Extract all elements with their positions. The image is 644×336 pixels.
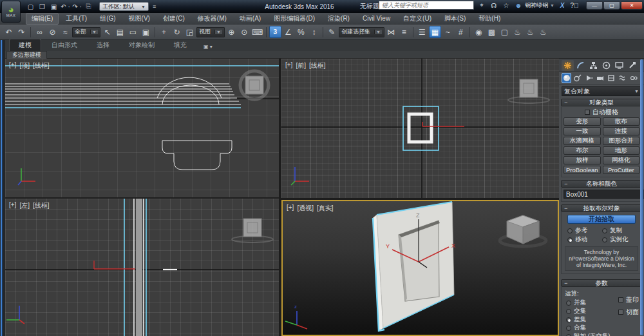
menu-item-7[interactable]: 图形编辑器(D) [268, 13, 321, 25]
ribbon-tab-4[interactable]: 填充 [165, 39, 196, 51]
render-setup-icon[interactable]: ▩ [486, 26, 498, 38]
select-and-rotate-icon[interactable]: ↻ [171, 26, 183, 38]
undo-scene-icon[interactable]: ↶ · [61, 2, 70, 11]
viewport-view-button[interactable]: [透视] [297, 204, 314, 213]
redo-icon[interactable]: ↷ [15, 26, 28, 38]
edit-named-selection-sets-icon[interactable]: ✎ [326, 26, 338, 38]
select-and-move-icon[interactable]: + [158, 26, 170, 38]
ribbon-tab-2[interactable]: 选择 [88, 39, 118, 51]
search-input[interactable] [379, 1, 474, 10]
menu-item-10[interactable]: 自定义(U) [397, 13, 437, 25]
pick-option-移动[interactable]: 移动 [567, 235, 601, 244]
communication-center-icon[interactable]: ☊ [489, 2, 498, 9]
object-name-input[interactable] [564, 190, 644, 199]
menu-item-8[interactable]: 渲染(R) [322, 13, 355, 25]
helpers-category[interactable] [607, 73, 616, 83]
viewport-shading-button[interactable]: [线框] [309, 61, 326, 70]
pick-option-复制[interactable]: 复制 [602, 226, 636, 235]
window-crossing-icon[interactable]: ▣ [140, 26, 152, 38]
signin-user[interactable]: ☻ 钢神绿钢 ▼ [514, 1, 554, 10]
object-type-button-布尔[interactable]: 布尔 [564, 146, 601, 155]
workspace-menu-icon[interactable]: ≡ [153, 3, 156, 10]
operation-附加 (无交集)[interactable]: 附加 (无交集) [564, 332, 639, 336]
autogrid-checkbox-row[interactable]: 自动栅格 [564, 108, 639, 116]
render-production-teapot-icon[interactable]: ♨ [511, 26, 524, 38]
viewport-view-button[interactable]: [左] [19, 201, 30, 210]
pick-option-实例化[interactable]: 实例化 [602, 235, 636, 244]
application-menu-button[interactable]: ◕ MAX [1, 1, 21, 23]
unlink-selection-icon[interactable]: ⊘ [46, 26, 59, 38]
object-type-button-proboolean[interactable]: ProBoolean [564, 166, 601, 174]
help-icon[interactable]: ?⃝ [570, 2, 579, 9]
ribbon-tab-3[interactable]: 对象绘制 [120, 39, 164, 51]
favorites-star-icon[interactable]: ☆ [502, 2, 511, 9]
mirror-icon[interactable]: ⋈ [385, 26, 397, 38]
material-editor-icon[interactable]: ◉ [473, 26, 485, 38]
pick-boolean-rollout-header[interactable]: − 拾取布尔对象 [561, 204, 642, 212]
menu-item-4[interactable]: 创建(C) [157, 13, 191, 25]
utilities-tab[interactable] [626, 60, 638, 71]
viewport-shading-button[interactable]: [线框] [33, 201, 50, 210]
ribbon-tab-0[interactable]: 建模 [9, 39, 41, 51]
redo-scene-icon[interactable]: ↷ · [72, 2, 82, 11]
graphite-ribbon-toggle-icon[interactable]: ▦ [429, 26, 441, 38]
object-type-button-散布[interactable]: 散布 [603, 117, 640, 126]
object-type-button-变形[interactable]: 变形 [564, 117, 601, 126]
reference-coordinate-dropdown[interactable]: 视图▼ [196, 27, 225, 37]
object-type-button-连接[interactable]: 连接 [603, 127, 640, 135]
object-type-button-procutter[interactable]: ProCutter [603, 166, 640, 174]
object-type-button-图形合并[interactable]: 图形合并 [603, 137, 640, 145]
select-by-name-icon[interactable]: ▤ [114, 26, 126, 38]
workspace-dropdown[interactable]: 工作区: 默认 ▼ [99, 2, 149, 11]
viewport-menu-button[interactable]: [+] [9, 61, 16, 70]
render-iterative-teapot-icon[interactable]: ♨ [524, 26, 536, 38]
viewport-menu-button[interactable]: [+] [287, 204, 294, 213]
menu-edit[interactable]: 编辑(E) [26, 13, 59, 25]
polygon-modeling-panel[interactable]: 多边形建模 [6, 51, 47, 59]
geometry-category[interactable] [562, 73, 571, 83]
shapes-category[interactable] [573, 73, 582, 83]
menu-item-9[interactable]: Civil View [357, 14, 396, 23]
viewport-shading-button[interactable]: [线框] [33, 61, 50, 70]
align-icon[interactable]: ≡ [398, 26, 410, 38]
display-tab[interactable] [613, 60, 625, 71]
viewport-view-button[interactable]: [前] [296, 61, 306, 70]
curve-editor-icon[interactable]: ~ [442, 26, 454, 38]
pick-option-参考[interactable]: 参考 [567, 226, 601, 235]
ribbon-display-toggle-icon[interactable]: ▣ ▾ [200, 43, 216, 51]
cameras-category[interactable] [595, 73, 605, 83]
save-file-icon[interactable]: ▣ [49, 2, 59, 11]
create-tab[interactable] [562, 60, 574, 71]
minimize-button[interactable]: — [586, 1, 603, 10]
param-checkbox-切面[interactable]: 切面 [618, 308, 639, 316]
viewport-perspective[interactable]: [+] [透视] [真实] [281, 200, 559, 336]
object-type-button-水滴网格[interactable]: 水滴网格 [564, 137, 601, 145]
spinner-snap-icon[interactable]: ↕ [308, 26, 320, 38]
menu-item-1[interactable]: 工具(T) [60, 13, 93, 25]
object-type-rollout-header[interactable]: − 对象类型 [561, 99, 642, 106]
ribbon-tab-1[interactable]: 自由形式 [43, 39, 86, 51]
object-type-button-地形[interactable]: 地形 [603, 146, 640, 155]
activeshade-teapot-icon[interactable]: ♨ [537, 26, 549, 38]
use-pivot-center-icon[interactable]: ⊕ [225, 26, 238, 38]
spacewarps-category[interactable] [618, 73, 627, 83]
motion-tab[interactable] [600, 60, 612, 71]
viewport-menu-button[interactable]: [+] [9, 201, 16, 210]
menu-item-12[interactable]: 帮助(H) [473, 13, 506, 25]
object-type-button-放样[interactable]: 放样 [564, 156, 601, 164]
menu-item-11[interactable]: 脚本(S) [439, 13, 471, 25]
command-panel-scrollbar[interactable] [640, 59, 643, 335]
operation-合集[interactable]: 合集 [564, 324, 639, 332]
viewport-front[interactable]: [+] [前] [线框] [281, 59, 559, 198]
snap-toggle-3d[interactable]: 3 [269, 26, 281, 38]
keyboard-shortcut-override-icon[interactable]: ⌨ [251, 26, 263, 38]
selection-filter-dropdown[interactable]: 全部▼ [72, 27, 100, 37]
modify-tab[interactable] [574, 60, 587, 71]
systems-category[interactable] [629, 73, 639, 83]
lights-category[interactable] [584, 73, 594, 83]
name-color-rollout-header[interactable]: − 名称和颜色 [561, 180, 642, 188]
hierarchy-tab[interactable] [587, 60, 600, 71]
named-selection-set-dropdown[interactable]: 创建选择集▼ [339, 27, 384, 37]
search-icon[interactable]: ⌖ [477, 1, 486, 9]
percent-snap-icon[interactable]: % [295, 26, 307, 38]
